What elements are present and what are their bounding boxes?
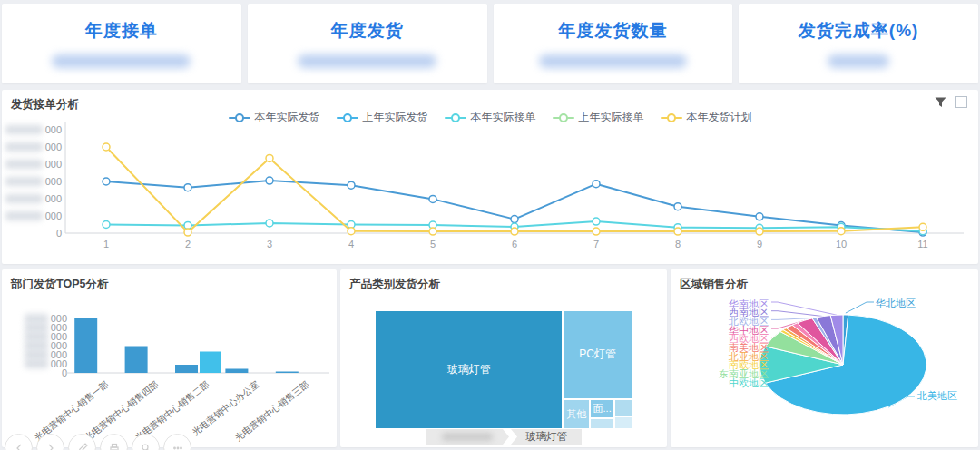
legend-label: 本年实际接单 [471, 110, 536, 125]
kpi-card-shipment: 年度发货 [248, 4, 487, 83]
legend-item[interactable]: 上年实际接单 [553, 110, 644, 125]
x-axis-label: 4 [333, 239, 369, 249]
more-icon[interactable] [163, 434, 191, 450]
legend-marker-icon [229, 112, 250, 123]
legend-item[interactable]: 本年实际接单 [445, 110, 536, 125]
legend-label: 本年发货计划 [687, 110, 752, 125]
x-axis-label: 8 [660, 239, 696, 249]
filter-icon[interactable] [935, 97, 946, 108]
legend-item[interactable]: 本年发货计划 [661, 110, 752, 125]
treemap-block[interactable]: 玻璃灯管 [375, 310, 563, 429]
treemap-block[interactable]: 其他 [563, 399, 590, 429]
legend-item[interactable]: 上年实际发货 [337, 110, 428, 125]
panel-dept-top5: 部门发货TOP5分析 0000000000000000000 光电营销中心销售一… [2, 269, 337, 447]
x-axis-label: 1 [88, 239, 124, 249]
x-axis-label: 2 [170, 239, 206, 249]
kpi-title: 年度发货 [331, 19, 404, 43]
floating-toolbar [5, 434, 191, 450]
treemap-block-label: 其他 [566, 407, 586, 421]
legend-marker-icon [337, 112, 358, 123]
x-axis-label: 7 [578, 239, 614, 249]
kpi-title: 年度发货数量 [558, 19, 667, 43]
print-icon[interactable] [100, 434, 128, 450]
breadcrumb-item[interactable]: 玻璃灯管 [511, 429, 582, 445]
treemap-block-label: 面... [593, 402, 612, 416]
treemap-block-label: 玻璃灯管 [447, 362, 491, 377]
x-axis-label: 11 [905, 239, 941, 249]
legend-marker-icon [553, 112, 574, 123]
pie-label: 北美地区 [917, 389, 957, 403]
treemap-block[interactable] [590, 418, 614, 429]
pie-label: 华北地区 [876, 297, 916, 310]
kpi-title: 年度接单 [85, 19, 158, 43]
panel-product-category: 产品类别发货分析 玻璃灯管PC灯管其他面... 玻璃灯管 [340, 269, 667, 447]
x-axis-label: 3 [251, 239, 288, 249]
search-icon[interactable] [132, 434, 160, 450]
x-axis-label: 9 [741, 239, 778, 249]
kpi-masked-value [298, 54, 436, 68]
kpi-title: 发货完成率(%) [799, 19, 919, 43]
kpi-card-orders: 年度接单 [2, 4, 241, 83]
next-icon[interactable] [36, 434, 64, 450]
legend-item[interactable]: 本年实际发货 [229, 110, 320, 125]
legend-label: 本年实际发货 [255, 110, 320, 125]
legend-label: 上年实际接单 [579, 110, 644, 125]
kpi-masked-value [52, 54, 191, 68]
panel-title: 区域销售分析 [680, 277, 748, 292]
chart-legend: 本年实际发货上年实际发货本年实际接单上年实际接单本年发货计划 [2, 110, 978, 125]
panel-shipment-order-analysis: 发货接单分析 本年实际发货上年实际发货本年实际接单上年实际接单本年发货计划 00… [2, 90, 978, 264]
kpi-card-completion-rate: 发货完成率(%) [739, 4, 978, 83]
breadcrumb[interactable]: 玻璃灯管 [426, 429, 582, 445]
x-axis-label: 10 [823, 239, 859, 249]
treemap-block-label: PC灯管 [579, 347, 616, 362]
legend-label: 上年实际发货 [363, 110, 428, 125]
breadcrumb-masked-segment[interactable] [426, 429, 509, 445]
legend-marker-icon [445, 112, 466, 123]
kpi-card-shipment-qty: 年度发货数量 [494, 4, 733, 83]
edit-icon[interactable] [68, 434, 96, 450]
kpi-masked-value [828, 54, 890, 68]
kpi-masked-value [539, 54, 688, 68]
legend-marker-icon [661, 112, 682, 123]
panel-title: 部门发货TOP5分析 [11, 277, 108, 292]
treemap-block[interactable] [614, 416, 632, 429]
panel-title: 产品类别发货分析 [349, 277, 440, 292]
treemap-block[interactable]: 面... [590, 399, 614, 418]
treemap-chart[interactable]: 玻璃灯管PC灯管其他面... [375, 310, 632, 429]
pie-label: 中欧地区 [671, 377, 769, 390]
panel-title: 发货接单分析 [11, 97, 79, 112]
kpi-row: 年度接单 年度发货 年度发货数量 发货完成率(%) [2, 4, 978, 83]
maximize-icon[interactable] [956, 96, 967, 108]
prev-icon[interactable] [5, 434, 33, 450]
panel-region-sales: 区域销售分析 华南地区西南地区北欧地区华中地区西欧地区南美地区北亚地区南欧地区东… [671, 269, 978, 447]
x-axis-label: 5 [415, 239, 451, 249]
treemap-block[interactable]: PC灯管 [563, 310, 632, 399]
treemap-block[interactable] [614, 399, 632, 417]
x-axis-label: 6 [496, 239, 533, 249]
